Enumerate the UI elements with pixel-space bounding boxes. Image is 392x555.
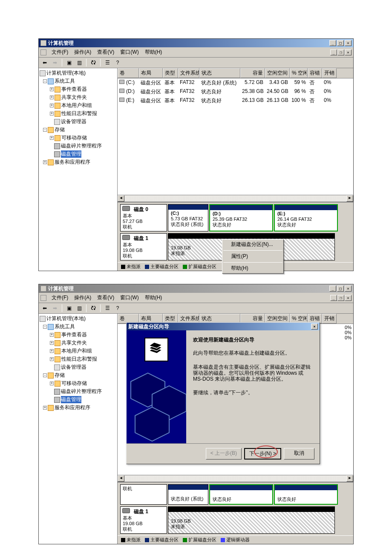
tree-pane[interactable]: 计算机管理(本地) -系统工具 +事件查看器 +共享文件夹 +本地用户和组 +性… [39,68,118,271]
menu-help[interactable]: 帮助(H) [142,48,165,57]
properties-icon[interactable]: ☰ [103,58,112,67]
col-type[interactable]: 类型 [163,68,178,78]
volume-row[interactable]: (C:) 磁盘分区基本FAT32状态良好 (系统)5.72 GB3.43 GB5… [118,78,353,87]
next-button[interactable]: 下一步(N) > [244,448,281,460]
mdi-minimize[interactable]: _ [330,295,337,301]
menu-action[interactable]: 操作(A) [72,48,94,57]
col-free[interactable]: 空闲空间 [265,68,290,78]
partition-e[interactable]: (E:)26.14 GB FAT32状态良好 [274,204,338,231]
tree-localusers[interactable]: 本地用户和组 [61,102,92,109]
menu-file[interactable]: 文件(F) [49,293,71,302]
tree-storage[interactable]: 存储 [55,126,65,133]
tree-diskmgmt[interactable]: 磁盘管理 [61,150,81,158]
show-hide-icon[interactable]: ▥ [75,304,84,312]
ctx-new-partition[interactable]: 新建磁盘分区(N)... [222,240,283,249]
help-icon[interactable]: ? [113,304,122,312]
menu-view[interactable]: 查看(V) [95,48,117,57]
ctx-properties[interactable]: 属性(P) [222,251,283,261]
tree-root[interactable]: 计算机管理(本地) [46,315,86,322]
tree-systools[interactable]: 系统工具 [55,323,75,330]
expand-icon[interactable]: + [50,136,54,140]
titlebar[interactable]: 计算机管理 _ □ × [39,39,353,47]
menu-action[interactable]: 操作(A) [72,293,94,302]
up-icon[interactable]: ▣ [65,304,73,312]
tree-pane[interactable]: 计算机管理(本地) -系统工具 +事件查看器 +共享文件夹 +本地用户和组 +性… [39,314,118,544]
tree-defrag[interactable]: 磁盘碎片整理程序 [61,142,102,150]
wizard-close-button[interactable]: × [311,324,318,330]
mdi-close[interactable]: × [345,49,352,55]
toolbar: ⬅➡▣▥🗘☰? [39,303,353,314]
forward-icon[interactable]: ➡ [51,58,59,67]
collapse-icon[interactable]: - [43,79,47,83]
titlebar-inactive[interactable]: 计算机管理 _□× [39,284,353,293]
close-button[interactable]: × [345,40,352,46]
partition-c[interactable]: 状态良好 (系统) [168,484,208,505]
expand-icon[interactable]: + [50,112,54,116]
menu-view[interactable]: 查看(V) [95,293,117,302]
tree-systools[interactable]: 系统工具 [55,78,75,85]
expand-icon[interactable]: + [50,95,54,99]
ctx-help[interactable]: 帮助(H) [222,263,283,273]
close-button[interactable]: × [345,286,352,292]
tree-root[interactable]: 计算机管理(本地) [46,69,86,77]
disk1-info[interactable]: 磁盘 1基本19.08 GB联机 [120,506,167,534]
forward-icon[interactable]: ➡ [51,304,59,312]
partition-e[interactable]: 状态良好 [274,484,338,505]
tree-eventviewer[interactable]: 事件查看器 [61,86,87,93]
expand-icon[interactable]: + [50,87,54,91]
tree-perf[interactable]: 性能日志和警报 [61,110,97,117]
maximize-button[interactable]: □ [337,40,344,46]
wizard-titlebar[interactable]: 新建磁盘分区向导 × [127,323,320,330]
horizontal-scrollbar[interactable]: ◄► [118,195,353,202]
minimize-button[interactable]: _ [329,286,336,292]
mdi-close[interactable]: × [345,295,352,301]
maximize-button[interactable]: □ [337,286,344,292]
cancel-button[interactable]: 取消 [284,448,314,460]
expand-icon[interactable]: + [43,160,47,164]
partition-d[interactable]: (D:)25.39 GB FAT32状态良好 [209,204,273,231]
folder-icon [55,135,61,141]
menu-window[interactable]: 窗口(W) [118,48,141,57]
tree-removable[interactable]: 可移动存储 [61,134,87,142]
refresh-icon[interactable]: 🗘 [89,304,98,312]
partition-c[interactable]: (C:)5.73 GB FAT32状态良好 (系统) [168,204,208,231]
col-pct[interactable]: % 空闲 [290,68,308,78]
horizontal-scrollbar[interactable]: ◄► [118,475,353,482]
expand-icon[interactable]: + [50,104,54,107]
tree-devmgr[interactable]: 设备管理器 [61,118,86,125]
wizard-heading: 欢迎使用新建磁盘分区向导 [193,336,313,344]
minimize-button[interactable]: _ [329,40,336,46]
col-overhead[interactable]: 开销 [322,68,337,78]
menu-file[interactable]: 文件(F) [49,48,71,57]
back-icon[interactable]: ⬅ [40,58,49,67]
col-capacity[interactable]: 容量 [240,68,265,78]
menu-help[interactable]: 帮助(H) [142,293,165,302]
refresh-icon[interactable]: 🗘 [89,58,98,67]
show-hide-icon[interactable]: ▥ [75,58,84,67]
mdi-minimize[interactable]: _ [330,49,337,55]
back-icon[interactable]: ⬅ [40,304,49,312]
volume-list[interactable]: (C:) 磁盘分区基本FAT32状态良好 (系统)5.72 GB3.43 GB5… [118,78,353,195]
disk0-info[interactable]: 联机 [120,484,167,505]
menu-window[interactable]: 窗口(W) [118,293,141,302]
col-fs[interactable]: 文件系统 [178,68,199,78]
col-layout[interactable]: 布局 [139,68,163,78]
folder-icon [55,111,61,117]
volume-row[interactable]: (E:) 磁盘分区基本FAT32状态良好26.13 GB26.13 GB100 … [118,96,353,105]
col-status[interactable]: 状态 [199,68,240,78]
partition-d[interactable]: 状态良好 [209,484,273,505]
disk1-info[interactable]: 磁盘 1 基本 19.08 GB 联机 [120,233,167,260]
tree-shared[interactable]: 共享文件夹 [61,94,87,101]
help-icon[interactable]: ? [113,58,122,67]
unallocated-partition[interactable]: 19.08 GB未指派 [168,506,335,534]
mdi-restore[interactable]: ❐ [337,295,344,301]
mdi-restore[interactable]: ❐ [337,49,344,55]
volume-row[interactable]: (D:) 磁盘分区基本FAT32状态良好25.38 GB24.50 GB96 %… [118,87,353,96]
up-icon[interactable]: ▣ [65,58,73,67]
tree-services[interactable]: 服务和应用程序 [55,159,90,166]
col-fault[interactable]: 容错 [308,68,322,78]
collapse-icon[interactable]: - [43,128,47,132]
col-volume[interactable]: 卷 [118,68,139,78]
properties-icon[interactable]: ☰ [103,304,112,312]
disk0-info[interactable]: 磁盘 0 基本 57.27 GB 联机 [120,204,167,231]
